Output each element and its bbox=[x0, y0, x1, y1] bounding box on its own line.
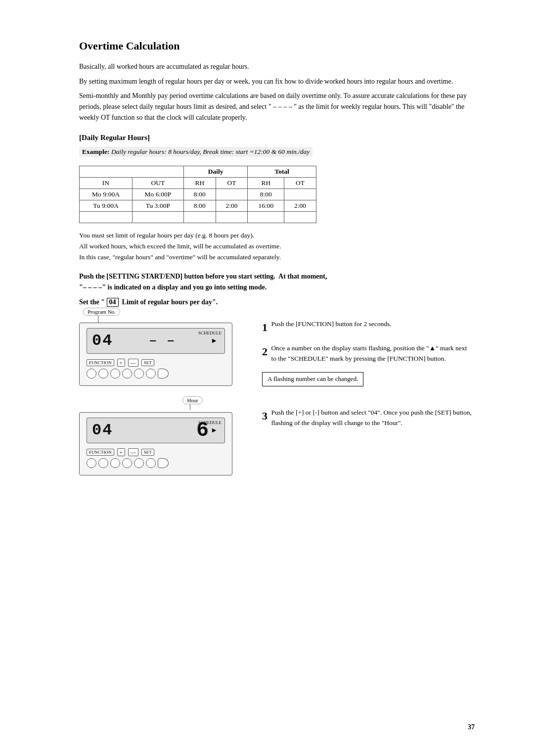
btn-minus-1[interactable]: — bbox=[128, 359, 138, 367]
note-3: In this case, "regular hours" and "overt… bbox=[79, 252, 475, 263]
col-rh2: RH bbox=[248, 178, 284, 189]
col-out: OUT bbox=[132, 178, 183, 189]
program-no-label: Program No. bbox=[83, 308, 120, 316]
device-display-1: 04 — — ► SCHEDULE bbox=[87, 328, 225, 354]
step-3-block: 3 Push the [+] or [-] button and select … bbox=[262, 407, 475, 428]
circle-btn[interactable] bbox=[158, 369, 169, 378]
btn-plus-1[interactable]: + bbox=[117, 359, 125, 367]
section1-header: [Daily Regular Hours] bbox=[79, 134, 475, 142]
diagram-1: Program No. 04 — — ► SCHEDULE FUNCTION +… bbox=[79, 314, 247, 390]
btn-set-2[interactable]: SET bbox=[141, 449, 154, 456]
step-3-area: 3 Push the [+] or [-] button and select … bbox=[262, 402, 475, 435]
circle-btn[interactable] bbox=[87, 458, 96, 468]
display-number-2: 04 bbox=[92, 421, 113, 439]
btn-plus-2[interactable]: + bbox=[117, 448, 125, 456]
circle-btn[interactable] bbox=[134, 369, 144, 378]
circle-btn[interactable] bbox=[87, 369, 96, 378]
circle-btn[interactable] bbox=[98, 458, 108, 468]
step-1-number: 1 bbox=[262, 319, 267, 336]
circle-btn[interactable] bbox=[146, 369, 156, 378]
circles-row-2 bbox=[87, 458, 225, 468]
display-schedule-2: SCHEDULE bbox=[198, 420, 222, 425]
intro-para-3: Semi-monthly and Monthly pay period over… bbox=[79, 91, 475, 123]
step-3-number: 3 bbox=[262, 407, 267, 425]
step-2-block: 2 Once a number on the display starts fl… bbox=[262, 343, 475, 386]
device-buttons-1: FUNCTION + — SET bbox=[87, 359, 225, 367]
btn-set-1[interactable]: SET bbox=[141, 359, 154, 366]
circle-btn[interactable] bbox=[146, 458, 156, 468]
circle-btn[interactable] bbox=[98, 369, 108, 378]
diagram-2: Hour 04 6 ► SCHEDULE FUNCTION + bbox=[79, 402, 247, 479]
diagram-row-1: Program No. 04 — — ► SCHEDULE FUNCTION +… bbox=[79, 314, 475, 393]
circle-btn[interactable] bbox=[134, 458, 144, 468]
step-1-text: Push the [FUNCTION] button for 2 seconds… bbox=[271, 319, 473, 330]
example-text: Daily regular hours: 8 hours/day, Break … bbox=[111, 148, 310, 155]
col-ot1: OT bbox=[216, 178, 248, 189]
circle-btn[interactable] bbox=[122, 369, 132, 378]
display-arrow-2: ► bbox=[211, 426, 218, 434]
note-1: You must set limit of regular hours per … bbox=[79, 230, 475, 241]
col-group-total: Total bbox=[248, 166, 316, 178]
device-display-2: 04 6 ► SCHEDULE bbox=[87, 418, 225, 443]
intro-para-2: By setting maximum length of regular hou… bbox=[79, 76, 475, 87]
intro-para-1: Basically, all worked hours are accumula… bbox=[79, 61, 475, 72]
display-number-1: 04 bbox=[92, 331, 113, 350]
step-2-text: Once a number on the display starts flas… bbox=[271, 343, 473, 364]
display-arrow-1: ► bbox=[211, 337, 218, 345]
device-box-2: 04 6 ► SCHEDULE FUNCTION + — SET bbox=[79, 412, 232, 475]
table-row: Tu 9:00ATu 3:00P8:002:0016:002:00 bbox=[80, 200, 316, 212]
set-instruction: Set the " 04 Limit of regular hours per … bbox=[79, 298, 475, 307]
btn-minus-2[interactable]: — bbox=[128, 448, 138, 456]
display-schedule-1: SCHEDULE bbox=[198, 331, 222, 336]
table-row bbox=[80, 212, 316, 223]
device-box-1: 04 — — ► SCHEDULE FUNCTION + — SET bbox=[79, 323, 232, 386]
hours-table: Daily Total IN OUT RH OT RH OT Mo 9:00AM… bbox=[79, 166, 316, 223]
col-rh1: RH bbox=[183, 178, 216, 189]
step-3-text: Push the [+] or [-] button and select "0… bbox=[271, 407, 473, 428]
notes-section: You must set limit of regular hours per … bbox=[79, 230, 475, 262]
device-buttons-2: FUNCTION + — SET bbox=[87, 448, 225, 456]
note-2: All worked hours, which exceed the limit… bbox=[79, 241, 475, 252]
step-2-number: 2 bbox=[262, 343, 267, 360]
main-instruction: Push the [SETTING START/END] button befo… bbox=[79, 271, 475, 292]
btn-function-2[interactable]: FUNCTION bbox=[87, 449, 114, 456]
circle-btn[interactable] bbox=[110, 458, 120, 468]
circle-btn[interactable] bbox=[158, 458, 169, 468]
step-1-block: 1 Push the [FUNCTION] button for 2 secon… bbox=[262, 319, 475, 336]
circle-btn[interactable] bbox=[110, 369, 120, 378]
steps-1-2: 1 Push the [FUNCTION] button for 2 secon… bbox=[262, 314, 475, 393]
circle-btn[interactable] bbox=[122, 458, 132, 468]
flashing-note: A flashing number can be changed. bbox=[262, 372, 363, 386]
col-ot2: OT bbox=[284, 178, 316, 189]
col-in: IN bbox=[80, 178, 133, 189]
page-title: Overtime Calculation bbox=[79, 40, 475, 52]
display-dashes: — — bbox=[150, 335, 177, 346]
diagram-row-2: Hour 04 6 ► SCHEDULE FUNCTION + bbox=[79, 402, 475, 479]
btn-function-1[interactable]: FUNCTION bbox=[87, 359, 114, 366]
example-label: Example: Daily regular hours: 8 hours/da… bbox=[79, 147, 312, 157]
hour-label: Hour bbox=[182, 396, 203, 404]
table-row: Mo 9:00AMo 6:00P8:008:00 bbox=[80, 189, 316, 200]
circles-row-1 bbox=[87, 369, 225, 378]
col-group-daily: Daily bbox=[183, 166, 248, 178]
page-number: 37 bbox=[468, 723, 475, 731]
